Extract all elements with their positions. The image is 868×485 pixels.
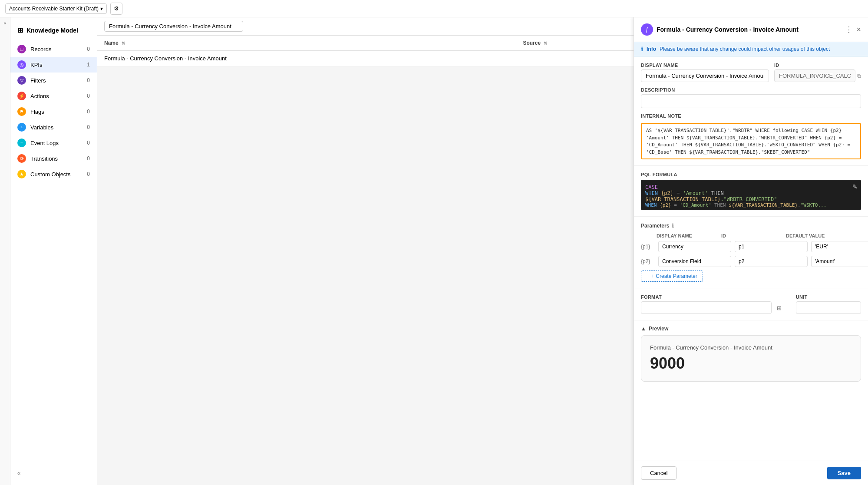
pql-section: PQL Formula CASE WHEN {p2} = 'Amount' TH…	[634, 166, 868, 217]
table-area: Name ⇅ Source ⇅ Formula - Currency Conve…	[97, 36, 634, 485]
sidebar-item-records[interactable]: □ Records 0	[10, 41, 97, 57]
collapse-icon: «	[4, 21, 7, 26]
preview-card-title: Formula - Currency Conversion - Invoice …	[650, 344, 852, 351]
info-label: Info	[647, 46, 656, 52]
format-label: Format	[641, 294, 772, 300]
id-label: Id	[774, 63, 861, 68]
col-default: Default Value	[786, 233, 847, 238]
sidebar-count-kpis: 1	[87, 62, 90, 68]
filters-icon: ▽	[17, 76, 26, 85]
display-name-input[interactable]	[641, 69, 769, 82]
sidebar-item-transitions[interactable]: ⟳ Transitions 0	[10, 151, 97, 166]
col-header-source[interactable]: Source ⇅	[516, 36, 634, 51]
sidebar-count-records: 0	[87, 46, 90, 52]
sidebar-item-filters[interactable]: ▽ Filters 0	[10, 73, 97, 88]
sort-icon-source: ⇅	[544, 41, 547, 46]
pql-label: PQL Formula	[641, 172, 861, 177]
table-cell-source	[516, 51, 634, 66]
chevron-down-icon: ▾	[100, 6, 103, 12]
param-p2-default[interactable]	[811, 256, 868, 267]
parameters-section: Parameters ℹ Display Name ID Default Val…	[634, 217, 868, 288]
cancel-button[interactable]: Cancel	[641, 466, 677, 480]
preview-header[interactable]: ▲ Preview	[634, 320, 868, 335]
sidebar-count-transitions: 0	[87, 155, 90, 162]
settings-button[interactable]: ⚙	[110, 3, 122, 15]
copy-id-button[interactable]: ⧉	[857, 73, 861, 79]
chevron-up-icon: ▲	[641, 326, 646, 332]
panel-title: Formula - Currency Conversion - Invoice …	[657, 26, 799, 33]
format-toggle-icon[interactable]: ⊞	[777, 305, 782, 311]
description-label: Description	[641, 87, 861, 92]
description-input[interactable]	[641, 94, 861, 108]
sidebar-item-customobjects[interactable]: ★ Custom Objects 0	[10, 166, 97, 182]
sidebar-collapse-button[interactable]: «	[10, 466, 97, 480]
create-param-button[interactable]: + + Create Parameter	[641, 271, 703, 282]
format-input[interactable]	[641, 301, 772, 314]
pql-edit-button[interactable]: ✎	[852, 183, 858, 190]
param-row-p2: {p2} ×	[641, 256, 861, 267]
sidebar-label-actions: Actions	[30, 93, 49, 99]
col-header-name[interactable]: Name ⇅	[97, 36, 516, 51]
panel-formula-icon: ƒ	[641, 23, 653, 36]
account-dropdown[interactable]: Accounts Receivable Starter Kit (Draft) …	[5, 3, 107, 14]
breadcrumb-input[interactable]	[104, 21, 243, 32]
sidebar-label-transitions: Transitions	[30, 155, 58, 162]
transitions-icon: ⟳	[17, 154, 26, 163]
chevron-left-icon: «	[17, 470, 20, 476]
table-row[interactable]: Formula - Currency Conversion - Invoice …	[97, 51, 634, 66]
internal-note-box[interactable]: AS '${VAR_TRANSACTION_TABLE}'."WRBTR" WH…	[641, 123, 861, 159]
panel-body: ℹ Info Please be aware that any change c…	[634, 42, 868, 461]
info-icon: ℹ	[641, 46, 643, 53]
eventlogs-icon: ≡	[17, 139, 26, 147]
id-input[interactable]	[774, 69, 855, 82]
col-display-name: Display Name	[657, 233, 718, 238]
sidebar-label-records: Records	[30, 46, 51, 53]
left-collapse-bar[interactable]: «	[0, 17, 10, 485]
panel-footer: Cancel Save	[634, 461, 868, 485]
preview-section: ▲ Preview Formula - Currency Conversion …	[634, 320, 868, 382]
sidebar-label-customobjects: Custom Objects	[30, 171, 70, 178]
dropdown-label: Accounts Receivable Starter Kit (Draft)	[9, 6, 99, 12]
info-message: Please be aware that any change could im…	[660, 46, 830, 52]
pql-when-line-1: WHEN {p2} = 'Amount' THEN ${VAR_TRANSACT…	[645, 190, 857, 202]
kpis-icon: ◎	[17, 60, 26, 69]
preview-card-value: 9000	[650, 354, 852, 373]
sidebar-count-eventlogs: 0	[87, 140, 90, 146]
sidebar-count-flags: 0	[87, 109, 90, 115]
sidebar-item-eventlogs[interactable]: ≡ Event Logs 0	[10, 135, 97, 151]
param-p1-display-name[interactable]	[658, 241, 731, 252]
unit-label: Unit	[796, 294, 861, 300]
plus-icon: +	[647, 273, 650, 279]
param-p1-id[interactable]	[735, 241, 808, 252]
params-label: Parameters	[641, 223, 669, 229]
records-icon: □	[17, 45, 26, 53]
sidebar-label-flags: Flags	[30, 109, 44, 115]
save-button[interactable]: Save	[827, 467, 861, 479]
sidebar-item-actions[interactable]: ⚡ Actions 0	[10, 88, 97, 104]
data-table: Name ⇅ Source ⇅ Formula - Currency Conve…	[97, 36, 634, 66]
internal-note-content: AS '${VAR_TRANSACTION_TABLE}'."WRBTR" WH…	[642, 124, 860, 158]
param-p1-default[interactable]	[811, 241, 868, 252]
sidebar-count-actions: 0	[87, 93, 90, 99]
sidebar-count-filters: 0	[87, 77, 90, 83]
more-options-button[interactable]: ⋮	[845, 25, 853, 34]
content-top-bar	[97, 17, 634, 36]
sidebar-header: ⊞ Knowledge Model	[10, 23, 97, 38]
unit-input[interactable]	[796, 301, 861, 314]
sidebar-count-variables: 0	[87, 124, 90, 130]
params-info-icon: ℹ	[672, 223, 674, 229]
top-bar: Accounts Receivable Starter Kit (Draft) …	[0, 0, 868, 17]
internal-note-label: Internal Note	[641, 113, 861, 119]
close-panel-button[interactable]: ×	[856, 25, 861, 34]
table-cell-name: Formula - Currency Conversion - Invoice …	[97, 51, 516, 66]
main-layout: « ⊞ Knowledge Model □ Records 0 ◎ KPIs 1…	[0, 17, 868, 485]
sidebar-item-flags[interactable]: ⚑ Flags 0	[10, 104, 97, 119]
param-p2-display-name[interactable]	[658, 256, 731, 267]
variables-icon: ≈	[17, 123, 26, 132]
sidebar-label-kpis: KPIs	[30, 62, 42, 68]
sidebar-label-variables: Variables	[30, 124, 53, 131]
sidebar-item-variables[interactable]: ≈ Variables 0	[10, 119, 97, 135]
sidebar-item-kpis[interactable]: ◎ KPIs 1	[10, 57, 97, 73]
param-p2-id[interactable]	[735, 256, 808, 267]
info-bar: ℹ Info Please be aware that any change c…	[634, 42, 868, 56]
